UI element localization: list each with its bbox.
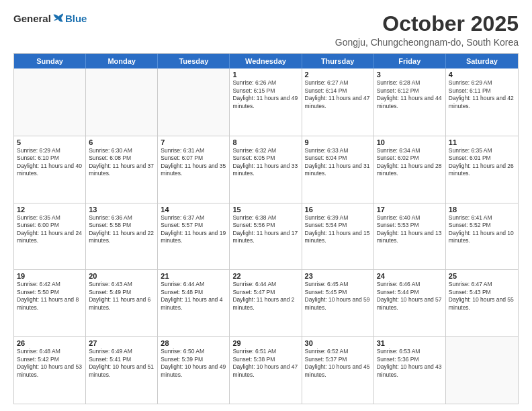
cell-info: Sunrise: 6:35 AM Sunset: 6:00 PM Dayligh…	[17, 214, 83, 245]
day-number: 13	[89, 205, 154, 214]
cell-info: Sunrise: 6:41 AM Sunset: 5:52 PM Dayligh…	[449, 214, 515, 245]
day-number: 28	[161, 339, 226, 347]
calendar-cell: 15Sunrise: 6:38 AM Sunset: 5:56 PM Dayli…	[230, 203, 302, 270]
day-number: 11	[449, 138, 515, 146]
cell-info: Sunrise: 6:51 AM Sunset: 5:38 PM Dayligh…	[232, 348, 298, 379]
calendar-cell: 26Sunrise: 6:48 AM Sunset: 5:42 PM Dayli…	[14, 337, 86, 404]
header-day-monday: Monday	[86, 54, 158, 68]
calendar-cell: 31Sunrise: 6:53 AM Sunset: 5:36 PM Dayli…	[374, 337, 446, 404]
location: Gongju, Chungcheongnam-do, South Korea	[335, 37, 519, 48]
day-number: 23	[305, 272, 371, 280]
cell-info: Sunrise: 6:47 AM Sunset: 5:43 PM Dayligh…	[449, 281, 515, 312]
day-number: 18	[449, 205, 515, 214]
day-number: 14	[161, 205, 226, 214]
cell-info: Sunrise: 6:30 AM Sunset: 6:08 PM Dayligh…	[89, 147, 154, 178]
day-number: 31	[377, 339, 443, 347]
cell-info: Sunrise: 6:44 AM Sunset: 5:47 PM Dayligh…	[232, 281, 298, 312]
logo-blue: Blue	[65, 13, 87, 24]
calendar-cell: 4Sunrise: 6:29 AM Sunset: 6:11 PM Daylig…	[446, 68, 518, 136]
cell-info: Sunrise: 6:49 AM Sunset: 5:41 PM Dayligh…	[89, 348, 154, 379]
calendar-row-2: 5Sunrise: 6:29 AM Sunset: 6:10 PM Daylig…	[14, 136, 518, 203]
cell-info: Sunrise: 6:39 AM Sunset: 5:54 PM Dayligh…	[305, 214, 371, 245]
cell-info: Sunrise: 6:33 AM Sunset: 6:04 PM Dayligh…	[305, 147, 371, 178]
calendar-cell: 29Sunrise: 6:51 AM Sunset: 5:38 PM Dayli…	[230, 337, 302, 404]
day-number: 8	[232, 138, 298, 146]
header-day-wednesday: Wednesday	[230, 54, 302, 68]
calendar-cell: 5Sunrise: 6:29 AM Sunset: 6:10 PM Daylig…	[14, 136, 86, 203]
day-number: 2	[305, 71, 371, 79]
calendar-cell: 2Sunrise: 6:27 AM Sunset: 6:14 PM Daylig…	[302, 68, 374, 136]
calendar-cell: 21Sunrise: 6:44 AM Sunset: 5:48 PM Dayli…	[158, 270, 230, 336]
header-day-thursday: Thursday	[302, 54, 374, 68]
calendar-cell: 25Sunrise: 6:47 AM Sunset: 5:43 PM Dayli…	[446, 270, 518, 336]
header: General Blue October 2025 Gongju, Chungc…	[13, 12, 519, 48]
day-number: 25	[449, 272, 515, 280]
cell-info: Sunrise: 6:35 AM Sunset: 6:01 PM Dayligh…	[449, 147, 515, 178]
cell-info: Sunrise: 6:40 AM Sunset: 5:53 PM Dayligh…	[377, 214, 443, 245]
calendar-cell	[14, 68, 86, 136]
cell-info: Sunrise: 6:42 AM Sunset: 5:50 PM Dayligh…	[17, 281, 83, 312]
calendar-cell: 17Sunrise: 6:40 AM Sunset: 5:53 PM Dayli…	[374, 203, 446, 270]
cell-info: Sunrise: 6:31 AM Sunset: 6:07 PM Dayligh…	[161, 147, 226, 178]
calendar-cell: 10Sunrise: 6:34 AM Sunset: 6:02 PM Dayli…	[374, 136, 446, 203]
day-number: 1	[232, 71, 298, 79]
day-number: 26	[17, 339, 83, 347]
calendar-header: SundayMondayTuesdayWednesdayThursdayFrid…	[14, 54, 518, 68]
day-number: 12	[17, 205, 83, 214]
calendar-cell	[158, 68, 230, 136]
day-number: 17	[377, 205, 443, 214]
header-day-saturday: Saturday	[446, 54, 518, 68]
calendar-cell: 23Sunrise: 6:45 AM Sunset: 5:45 PM Dayli…	[302, 270, 374, 336]
day-number: 20	[89, 272, 154, 280]
calendar-cell: 18Sunrise: 6:41 AM Sunset: 5:52 PM Dayli…	[446, 203, 518, 270]
cell-info: Sunrise: 6:46 AM Sunset: 5:44 PM Dayligh…	[377, 281, 443, 312]
cell-info: Sunrise: 6:34 AM Sunset: 6:02 PM Dayligh…	[377, 147, 443, 178]
calendar-cell: 3Sunrise: 6:28 AM Sunset: 6:12 PM Daylig…	[374, 68, 446, 136]
calendar-cell: 22Sunrise: 6:44 AM Sunset: 5:47 PM Dayli…	[230, 270, 302, 336]
cell-info: Sunrise: 6:50 AM Sunset: 5:39 PM Dayligh…	[161, 348, 226, 379]
calendar-cell	[446, 337, 518, 404]
logo-general: General	[13, 13, 51, 24]
calendar-cell: 19Sunrise: 6:42 AM Sunset: 5:50 PM Dayli…	[14, 270, 86, 336]
header-day-tuesday: Tuesday	[158, 54, 230, 68]
day-number: 9	[305, 138, 371, 146]
calendar-cell: 6Sunrise: 6:30 AM Sunset: 6:08 PM Daylig…	[86, 136, 158, 203]
day-number: 22	[232, 272, 298, 280]
cell-info: Sunrise: 6:37 AM Sunset: 5:57 PM Dayligh…	[161, 214, 226, 245]
calendar-cell: 11Sunrise: 6:35 AM Sunset: 6:01 PM Dayli…	[446, 136, 518, 203]
cell-info: Sunrise: 6:45 AM Sunset: 5:45 PM Dayligh…	[305, 281, 371, 312]
day-number: 7	[161, 138, 226, 146]
calendar-row-1: 1Sunrise: 6:26 AM Sunset: 6:15 PM Daylig…	[14, 68, 518, 136]
cell-info: Sunrise: 6:29 AM Sunset: 6:11 PM Dayligh…	[449, 79, 515, 110]
day-number: 19	[17, 272, 83, 280]
calendar: SundayMondayTuesdayWednesdayThursdayFrid…	[13, 53, 519, 404]
calendar-cell: 30Sunrise: 6:52 AM Sunset: 5:37 PM Dayli…	[302, 337, 374, 404]
day-number: 10	[377, 138, 443, 146]
calendar-row-4: 19Sunrise: 6:42 AM Sunset: 5:50 PM Dayli…	[14, 269, 518, 336]
calendar-cell: 20Sunrise: 6:43 AM Sunset: 5:49 PM Dayli…	[86, 270, 158, 336]
calendar-cell: 12Sunrise: 6:35 AM Sunset: 6:00 PM Dayli…	[14, 203, 86, 270]
day-number: 21	[161, 272, 226, 280]
cell-info: Sunrise: 6:36 AM Sunset: 5:58 PM Dayligh…	[89, 214, 154, 245]
day-number: 16	[305, 205, 371, 214]
calendar-cell: 28Sunrise: 6:50 AM Sunset: 5:39 PM Dayli…	[158, 337, 230, 404]
cell-info: Sunrise: 6:27 AM Sunset: 6:14 PM Dayligh…	[305, 79, 371, 110]
cell-info: Sunrise: 6:38 AM Sunset: 5:56 PM Dayligh…	[232, 214, 298, 245]
calendar-cell: 27Sunrise: 6:49 AM Sunset: 5:41 PM Dayli…	[86, 337, 158, 404]
cell-info: Sunrise: 6:48 AM Sunset: 5:42 PM Dayligh…	[17, 348, 83, 379]
cell-info: Sunrise: 6:32 AM Sunset: 6:05 PM Dayligh…	[232, 147, 298, 178]
logo: General Blue	[13, 12, 87, 24]
day-number: 5	[17, 138, 83, 146]
cell-info: Sunrise: 6:44 AM Sunset: 5:48 PM Dayligh…	[161, 281, 226, 312]
cell-info: Sunrise: 6:28 AM Sunset: 6:12 PM Dayligh…	[377, 79, 443, 110]
day-number: 4	[449, 71, 515, 79]
month-title: October 2025	[335, 12, 519, 36]
cell-info: Sunrise: 6:52 AM Sunset: 5:37 PM Dayligh…	[305, 348, 371, 379]
day-number: 29	[232, 339, 298, 347]
header-day-sunday: Sunday	[14, 54, 86, 68]
calendar-cell: 1Sunrise: 6:26 AM Sunset: 6:15 PM Daylig…	[230, 68, 302, 136]
title-section: October 2025 Gongju, Chungcheongnam-do, …	[335, 12, 519, 48]
page: General Blue October 2025 Gongju, Chungc…	[0, 0, 532, 411]
calendar-row-3: 12Sunrise: 6:35 AM Sunset: 6:00 PM Dayli…	[14, 203, 518, 270]
calendar-row-5: 26Sunrise: 6:48 AM Sunset: 5:42 PM Dayli…	[14, 336, 518, 404]
